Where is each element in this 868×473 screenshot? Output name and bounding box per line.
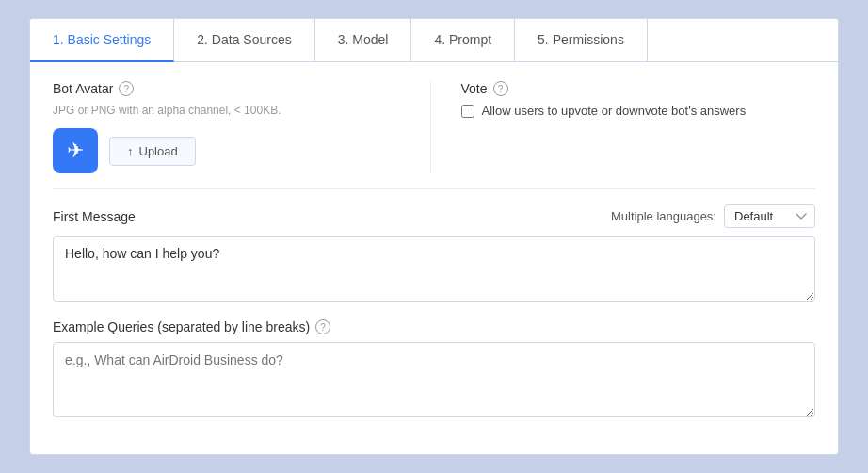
first-message-section: First Message Multiple languages: Defaul…	[53, 204, 815, 304]
tab-bar: 1. Basic Settings 2. Data Sources 3. Mod…	[30, 19, 838, 62]
main-card: 1. Basic Settings 2. Data Sources 3. Mod…	[29, 18, 839, 455]
language-select[interactable]: Default English Chinese Japanese	[724, 204, 815, 228]
vote-help-icon[interactable]: ?	[493, 81, 508, 96]
vote-row: Allow users to upvote or downvote bot's …	[461, 104, 816, 118]
tab-prompt[interactable]: 4. Prompt	[411, 19, 515, 61]
tab-model[interactable]: 3. Model	[315, 19, 412, 61]
content-area: Bot Avatar ? JPG or PNG with an alpha ch…	[30, 62, 838, 454]
first-message-header: First Message Multiple languages: Defaul…	[53, 204, 815, 228]
example-queries-section: Example Queries (separated by line break…	[53, 319, 815, 420]
paper-plane-icon: ✈	[67, 139, 84, 163]
language-row: Multiple languages: Default English Chin…	[611, 204, 815, 228]
bot-avatar-section: Bot Avatar ? JPG or PNG with an alpha ch…	[53, 81, 431, 173]
file-hint: JPG or PNG with an alpha channel, < 100K…	[53, 104, 408, 117]
vote-section: Vote ? Allow users to upvote or downvote…	[431, 81, 816, 173]
example-queries-input[interactable]	[53, 342, 815, 417]
vote-label: Vote ?	[461, 81, 816, 96]
language-label: Multiple languages:	[611, 209, 716, 223]
avatar-row: ✈ ↑ Upload	[53, 128, 408, 173]
upload-arrow-icon: ↑	[127, 144, 134, 158]
upload-button[interactable]: ↑ Upload	[109, 137, 196, 166]
tab-data-sources[interactable]: 2. Data Sources	[174, 19, 314, 61]
first-message-input[interactable]: Hello, how can I help you?	[53, 236, 815, 302]
example-queries-label: Example Queries (separated by line break…	[53, 319, 330, 334]
bot-avatar-help-icon[interactable]: ?	[119, 81, 134, 96]
top-section: Bot Avatar ? JPG or PNG with an alpha ch…	[53, 81, 815, 189]
bot-avatar-label: Bot Avatar ?	[53, 81, 408, 96]
example-queries-header: Example Queries (separated by line break…	[53, 319, 815, 334]
example-queries-help-icon[interactable]: ?	[315, 319, 330, 334]
page-background: 1. Basic Settings 2. Data Sources 3. Mod…	[0, 0, 868, 473]
avatar-preview: ✈	[53, 128, 98, 173]
first-message-label: First Message	[53, 209, 136, 224]
tab-permissions[interactable]: 5. Permissions	[515, 19, 648, 61]
vote-checkbox-label: Allow users to upvote or downvote bot's …	[482, 104, 747, 118]
tab-basic-settings[interactable]: 1. Basic Settings	[30, 19, 174, 62]
vote-checkbox[interactable]	[461, 105, 474, 118]
